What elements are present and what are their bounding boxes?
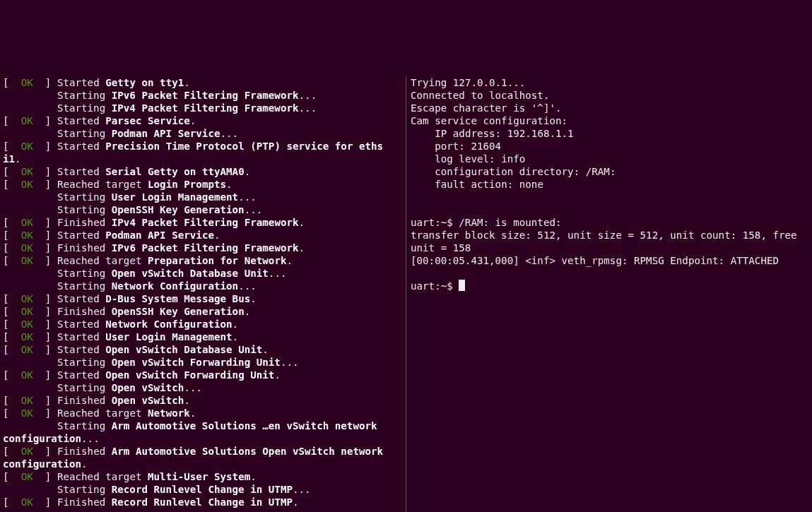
boot-log-line: [ OK ] Started Precision Time Protocol (… — [3, 140, 403, 153]
pane-left-boot-log[interactable]: [ OK ] Started Getty on tty1. Starting I… — [0, 76, 406, 512]
uart-output-line: port: 21604 — [411, 140, 806, 153]
boot-log-line: [ OK ] Started Getty on tty1. — [3, 76, 403, 89]
boot-log-line: [ OK ] Started Open vSwitch Database Uni… — [3, 343, 403, 356]
pane-right-uart-shell[interactable]: Trying 127.0.0.1...Connected to localhos… — [406, 76, 811, 512]
uart-output-line: Cam service configuration: — [411, 114, 806, 127]
boot-log-line: [ OK ] Started D-Bus System Message Bus. — [3, 292, 403, 305]
boot-log-line: Starting OpenSSH Key Generation... — [3, 203, 403, 216]
boot-log-line: [ OK ] Reached target Preparation for Ne… — [3, 254, 403, 267]
boot-log-line: [ OK ] Reached target Multi-User System. — [3, 470, 403, 483]
boot-log-line: Starting Network Configuration... — [3, 280, 403, 292]
boot-log-line: Starting IPv4 Packet Filtering Framework… — [3, 102, 403, 114]
boot-log-line: Starting Podman API Service... — [3, 127, 403, 140]
boot-log-line: Starting User Login Management... — [3, 191, 403, 203]
boot-log-line: Starting Arm Automotive Solutions …en vS… — [3, 419, 403, 432]
uart-output-line: configuration directory: /RAM: — [411, 165, 806, 178]
uart-output-line: transfer block size: 512, unit size = 51… — [411, 229, 806, 254]
tmux-panes: [ OK ] Started Getty on tty1. Starting I… — [0, 76, 812, 512]
boot-log-line: [ OK ] Finished IPv4 Packet Filtering Fr… — [3, 216, 403, 229]
boot-log-line: [ OK ] Finished IPv6 Packet Filtering Fr… — [3, 242, 403, 254]
boot-log-line: Starting Record Runlevel Change in UTMP.… — [3, 483, 403, 496]
boot-log-line: [ OK ] Started Podman API Service. — [3, 229, 403, 242]
boot-log-line: [ OK ] Finished Open vSwitch. — [3, 394, 403, 407]
boot-log-line: [ OK ] Finished Record Runlevel Change i… — [3, 496, 403, 508]
boot-log-line: Starting Open vSwitch... — [3, 381, 403, 394]
uart-output-line: [00:00:05.431,000] <inf> veth_rpmsg: RPM… — [411, 254, 806, 267]
boot-log-line: [ OK ] Reached target Network. — [3, 407, 403, 419]
uart-output-line: Escape character is '^]'. — [411, 102, 806, 114]
uart-prompt[interactable]: uart:~$ — [411, 280, 808, 292]
boot-log-line: configuration... — [3, 432, 403, 445]
boot-log-line: [ OK ] Started User Login Management. — [3, 331, 403, 343]
boot-log-line: Starting Open vSwitch Forwarding Unit... — [3, 356, 403, 369]
uart-output-line: IP address: 192.168.1.1 — [411, 127, 806, 140]
boot-log-line: i1. — [3, 153, 403, 165]
boot-log-line: Starting Open vSwitch Database Unit... — [3, 267, 403, 280]
boot-log-line: [ OK ] Finished OpenSSH Key Generation. — [3, 305, 403, 318]
boot-log-line: [ OK ] Started Serial Getty on ttyAMA0. — [3, 165, 403, 178]
boot-log-line: Starting IPv6 Packet Filtering Framework… — [3, 89, 403, 102]
boot-log-line: [ OK ] Started Open vSwitch Forwarding U… — [3, 369, 403, 381]
uart-output-line: log level: info — [411, 153, 806, 165]
uart-output-line: uart:~$ /RAM: is mounted: — [411, 216, 806, 229]
boot-log-line: [ OK ] Reached target Login Prompts. — [3, 178, 403, 191]
uart-output-line — [411, 203, 806, 216]
uart-output-line: Connected to localhost. — [411, 89, 806, 102]
cursor-icon — [459, 280, 465, 291]
boot-log-line: [ OK ] Started Network Configuration. — [3, 318, 403, 331]
boot-log-line: configuration. — [3, 458, 403, 470]
tmux-screen: [ OK ] Started Getty on tty1. Starting I… — [0, 51, 812, 512]
uart-output-line: Trying 127.0.0.1... — [411, 76, 806, 89]
uart-output-line: fault action: none — [411, 178, 806, 191]
boot-log-line: [ OK ] Started Parsec Service. — [3, 114, 403, 127]
boot-log-line: [ OK ] Finished Arm Automotive Solutions… — [3, 445, 403, 458]
uart-output-line — [411, 267, 806, 280]
uart-output-line — [411, 191, 806, 203]
